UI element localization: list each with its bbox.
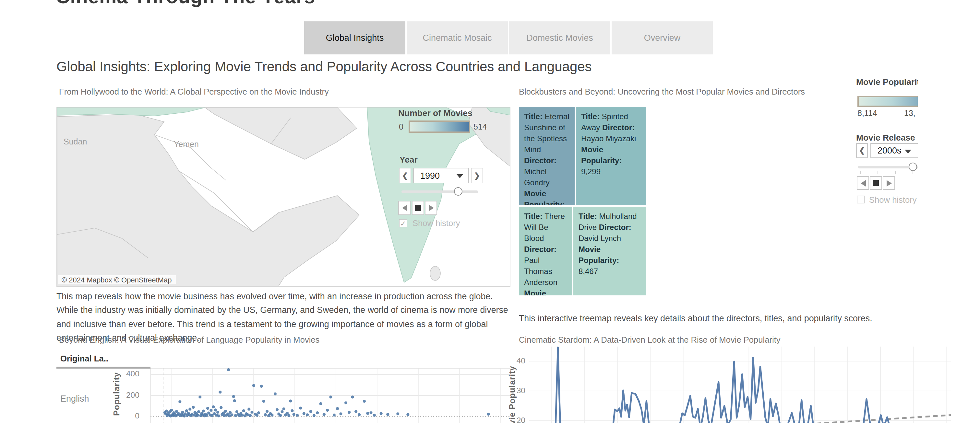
line-ytick-30: 30 <box>506 386 525 395</box>
play-forward-icon <box>886 180 891 186</box>
tab-overview[interactable]: Overview <box>612 21 713 54</box>
stardom-line-chart[interactable] <box>529 347 951 423</box>
chevron-down-icon <box>905 149 911 153</box>
release-year-filter-label: Movie Release Year <box>856 133 918 143</box>
language-scatter-plot[interactable] <box>151 353 511 423</box>
treemap-cell[interactable]: Title: Mulholland Drive Director: David … <box>573 207 646 295</box>
year-slider-handle[interactable] <box>454 187 463 196</box>
line-ytick-40: 40 <box>506 356 525 365</box>
year-show-history-label: Show history <box>412 218 460 228</box>
year-filter-label: Year <box>399 155 418 165</box>
release-year-stop-button[interactable] <box>870 176 882 190</box>
year-next-button[interactable]: ❯ <box>471 168 483 183</box>
page-title: Cinema Through The Years <box>56 0 315 8</box>
treemap-cell[interactable]: Title: There Will Be Blood Director: Pau… <box>519 207 572 295</box>
map-sri-lanka-shape <box>430 266 441 280</box>
map-legend-gradient <box>409 120 470 133</box>
release-year-play-back-button[interactable] <box>857 176 869 190</box>
dashboard: Cinema Through The Years Global Insights… <box>0 0 980 423</box>
dashboard-heading: Global Insights: Exploring Movie Trends … <box>56 59 592 74</box>
play-reverse-icon <box>402 205 407 211</box>
treemap-subtitle: Blockbusters and Beyond: Uncovering the … <box>519 87 805 97</box>
scatter-ytick-0: 0 <box>120 411 140 420</box>
language-chart-column-header: Original La.. <box>60 354 108 363</box>
map-legend-title: Number of Movies <box>398 108 473 118</box>
tab-cinematic-mosaic[interactable]: Cinematic Mosaic <box>407 21 508 54</box>
popularity-legend-max: 13, <box>904 109 915 118</box>
play-forward-icon <box>428 205 434 211</box>
tab-domestic-movies[interactable]: Domestic Movies <box>509 21 610 54</box>
year-prev-button[interactable]: ❮ <box>399 168 411 183</box>
release-year-show-history-checkbox[interactable] <box>857 196 865 203</box>
treemap: Title: Eternal Sunshine of the Spotless … <box>519 107 647 295</box>
chevron-left-icon: ❮ <box>859 146 865 155</box>
chevron-left-icon: ❮ <box>402 171 408 180</box>
tab-global-insights[interactable]: Global Insights <box>304 21 406 54</box>
language-row-label: English <box>60 394 89 404</box>
release-year-dropdown[interactable]: 2000s <box>870 143 918 158</box>
release-year-show-history-label: Show history <box>869 195 917 205</box>
release-year-prev-button[interactable]: ❮ <box>856 143 868 158</box>
map-subtitle: From Hollywood to the World: A Global Pe… <box>59 87 329 97</box>
release-year-play-forward-button[interactable] <box>883 176 895 190</box>
scatter-ytick-400: 400 <box>120 369 140 378</box>
year-slider-track[interactable] <box>401 190 478 193</box>
stardom-chart-title: Cinematic Stardom: A Data-Driven Look at… <box>519 335 781 345</box>
world-map[interactable]: Sudan Yemen Number of Movies 0 514 Year … <box>56 107 511 287</box>
popularity-legend-min: 8,114 <box>858 109 877 118</box>
line-ytick-20: 20 <box>506 415 525 423</box>
year-play-forward-button[interactable] <box>425 201 437 215</box>
year-play-back-button[interactable] <box>398 201 410 215</box>
play-reverse-icon <box>860 180 865 186</box>
map-legend-min: 0 <box>399 122 403 131</box>
release-year-slider-handle[interactable] <box>908 163 917 171</box>
year-stop-button[interactable] <box>412 201 424 215</box>
map-label-yemen: Yemen <box>174 140 199 149</box>
side-panel: Movie Popularity 8,114 13, Movie Release… <box>856 77 918 220</box>
release-year-dropdown-value: 2000s <box>878 146 902 155</box>
chevron-down-icon <box>457 174 463 178</box>
map-canvas[interactable] <box>57 108 511 287</box>
map-attribution: © 2024 Mapbox © OpenStreetMap <box>58 275 175 284</box>
year-dropdown[interactable]: 1990 <box>413 168 469 183</box>
stop-icon <box>415 205 421 211</box>
popularity-legend-title: Movie Popularity <box>856 77 918 87</box>
year-dropdown-value: 1990 <box>420 171 440 181</box>
treemap-cell[interactable]: Title: Eternal Sunshine of the Spotless … <box>519 107 574 205</box>
popularity-legend-gradient <box>858 96 918 107</box>
column-header-divider <box>56 367 151 369</box>
scatter-ytick-200: 200 <box>120 390 140 399</box>
language-chart-title: Beyond English: A Visual Exploration of … <box>59 335 320 345</box>
treemap-cell[interactable]: Title: Spirited Away Director: Hayao Miy… <box>576 107 646 205</box>
chevron-right-icon: ❯ <box>474 171 480 180</box>
year-show-history-checkbox[interactable]: ✓ <box>399 219 407 227</box>
map-legend-max: 514 <box>474 122 487 131</box>
stop-icon <box>873 180 879 186</box>
tab-bar: Global InsightsCinematic MosaicDomestic … <box>304 21 713 54</box>
treemap-description: This interactive treemap reveals key det… <box>519 312 947 325</box>
map-label-sudan: Sudan <box>64 137 87 146</box>
